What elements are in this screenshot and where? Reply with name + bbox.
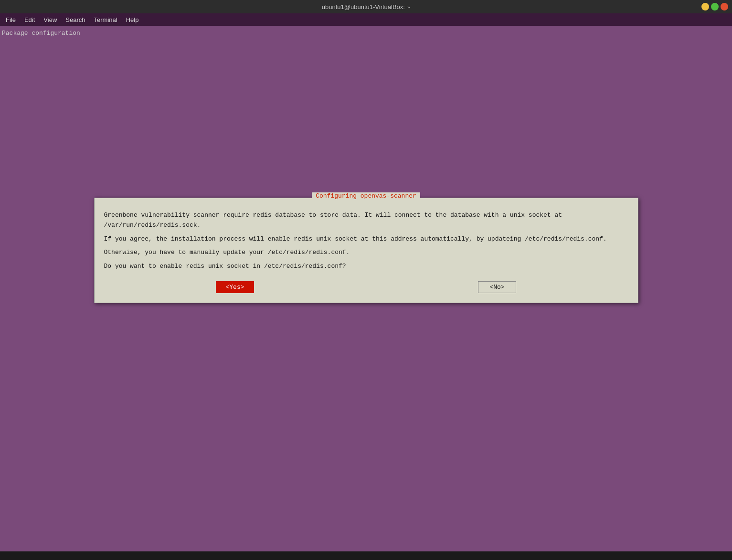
titlebar-controls xyxy=(701,3,728,11)
menu-help[interactable]: Help xyxy=(122,15,143,24)
menu-edit[interactable]: Edit xyxy=(21,15,39,24)
dialog-line4: Do you want to enable redis unix socket … xyxy=(104,262,628,272)
dialog-body: Greenbone vulnerability scanner require … xyxy=(104,211,628,272)
menu-view[interactable]: View xyxy=(40,15,61,24)
dialog-title-bar: Configuring openvas-scanner xyxy=(95,192,638,200)
close-button[interactable] xyxy=(721,3,728,11)
no-button[interactable]: <No> xyxy=(478,281,516,293)
dialog-title-line-right xyxy=(420,196,638,196)
dialog-line3: Otherwise, you have to manually update y… xyxy=(104,248,628,258)
dialog-line1: Greenbone vulnerability scanner require … xyxy=(104,211,628,231)
minimize-button[interactable] xyxy=(701,3,709,11)
dialog-title: Configuring openvas-scanner xyxy=(312,192,420,200)
titlebar: ubuntu1@ubuntu1-VirtualBox: ~ xyxy=(0,0,732,13)
titlebar-title: ubuntu1@ubuntu1-VirtualBox: ~ xyxy=(322,3,410,11)
dialog-wrapper: Configuring openvas-scanner Greenbone vu… xyxy=(19,198,713,303)
dialog-line2: If you agree, the installation process w… xyxy=(104,234,628,244)
dialog-buttons: <Yes> <No> xyxy=(104,281,628,293)
menubar: File Edit View Search Terminal Help xyxy=(0,13,732,26)
menu-file[interactable]: File xyxy=(2,15,20,24)
configure-dialog: Configuring openvas-scanner Greenbone vu… xyxy=(94,198,638,303)
menu-terminal[interactable]: Terminal xyxy=(90,15,121,24)
maximize-button[interactable] xyxy=(711,3,719,11)
menu-search[interactable]: Search xyxy=(62,15,89,24)
yes-button[interactable]: <Yes> xyxy=(216,281,254,293)
package-config-label: Package configuration xyxy=(2,30,730,37)
terminal-area: Package configuration Configuring openva… xyxy=(0,26,732,560)
bottom-bar xyxy=(0,551,732,560)
dialog-title-line-left xyxy=(95,196,312,196)
